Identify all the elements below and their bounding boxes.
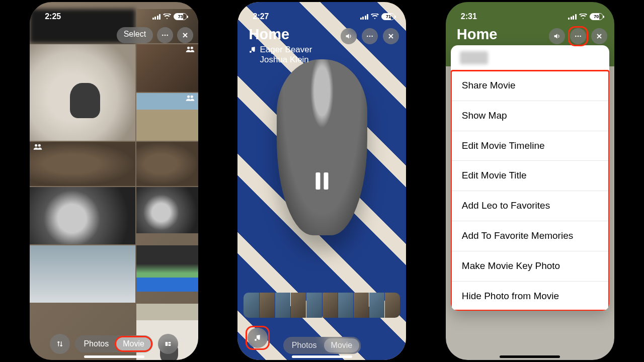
svg-point-4 (35, 144, 37, 147)
photo-thumbnail[interactable] (136, 142, 198, 186)
svg-point-3 (191, 96, 193, 98)
close-button[interactable] (177, 27, 193, 43)
photo-thumbnail[interactable] (136, 93, 198, 141)
close-icon (387, 32, 395, 40)
svg-point-0 (187, 47, 190, 49)
ellipsis-icon (366, 32, 374, 40)
wifi-icon (371, 14, 379, 20)
status-time: 2:25 (45, 12, 61, 21)
movie-filmstrip[interactable] (244, 293, 400, 318)
status-time: 2:27 (253, 12, 269, 21)
menu-item-show-map[interactable]: Show Map (451, 101, 609, 131)
svg-rect-10 (169, 342, 171, 343)
pause-icon (315, 172, 320, 190)
song-artist: Joshua Klein (260, 55, 395, 65)
menu-header-redacted (460, 51, 488, 64)
svg-point-8 (167, 35, 168, 36)
menu-item-edit-title[interactable]: Edit Movie Title (451, 160, 609, 191)
status-bar: 2:31 70 (446, 2, 614, 27)
photo-thumbnail[interactable] (30, 187, 135, 244)
photo-thumbnail[interactable] (30, 245, 135, 303)
music-note-icon (249, 46, 257, 54)
svg-point-12 (367, 36, 368, 37)
svg-point-16 (577, 36, 579, 37)
people-badge-icon (185, 46, 195, 52)
more-button[interactable] (570, 28, 586, 44)
photo-thumbnail[interactable] (136, 187, 198, 233)
movie-subject (277, 59, 367, 235)
status-bar: 2:27 71 (237, 2, 406, 27)
home-indicator[interactable] (292, 355, 352, 358)
more-button[interactable] (362, 28, 378, 44)
tab-movie[interactable]: Movie (324, 338, 360, 352)
svg-point-7 (165, 35, 166, 36)
wifi-icon (579, 14, 587, 20)
ellipsis-icon (574, 32, 582, 40)
home-indicator[interactable] (500, 355, 560, 358)
filmstrip-frame[interactable] (385, 293, 400, 318)
svg-point-14 (372, 36, 373, 37)
pause-button[interactable] (315, 172, 328, 190)
now-playing: Eager Beaver (249, 45, 395, 55)
status-bar: 2:25 73 (30, 2, 198, 27)
filmstrip-frame[interactable] (244, 293, 259, 318)
people-badge-icon (33, 144, 43, 150)
song-title: Eager Beaver (260, 45, 312, 55)
tab-photos[interactable]: Photos (76, 337, 116, 351)
more-button[interactable] (157, 27, 173, 43)
svg-point-2 (187, 96, 190, 98)
menu-item-key-photo[interactable]: Make Movie Key Photo (451, 251, 609, 281)
filmstrip-frame[interactable] (338, 293, 353, 318)
close-button[interactable] (591, 28, 607, 44)
filmstrip-frame[interactable] (323, 293, 338, 318)
bottom-toolbar: Photos Movie (237, 337, 406, 354)
movie-header: Home (457, 26, 498, 43)
menu-item-edit-timeline[interactable]: Edit Movie Timeline (451, 131, 609, 161)
wifi-icon (163, 14, 171, 20)
sort-button[interactable] (50, 334, 70, 354)
view-mode-segmented-control[interactable]: Photos Movie (283, 337, 361, 354)
menu-item-hide-photo[interactable]: Hide Photo from Movie (451, 281, 609, 311)
mute-button[interactable] (341, 28, 357, 44)
mute-button[interactable] (549, 28, 565, 44)
photo-thumbnail[interactable] (136, 44, 198, 92)
top-action-buttons: Select (117, 27, 193, 43)
people-badge-icon (185, 95, 195, 101)
menu-item-add-favorites[interactable]: Add Leo to Favorites (451, 191, 609, 221)
filmstrip-frame[interactable] (354, 293, 369, 318)
svg-rect-11 (169, 344, 171, 346)
battery-icon: 71 (381, 13, 395, 20)
screenshot-1-photo-grid: 0:17 2:25 73 Select Photos Movie (30, 2, 198, 360)
filmstrip-frame[interactable] (260, 293, 275, 318)
close-button[interactable] (383, 28, 399, 44)
select-button[interactable]: Select (117, 27, 153, 43)
menu-header (451, 45, 609, 70)
photo-thumbnail[interactable] (30, 44, 135, 141)
grid-layout-button[interactable] (158, 334, 178, 354)
home-indicator[interactable] (84, 355, 144, 358)
photo-thumbnail[interactable] (136, 245, 198, 292)
filmstrip-frame[interactable] (275, 293, 290, 318)
speaker-icon (345, 32, 353, 40)
grid-layout-icon (164, 340, 172, 348)
screenshot-3-context-menu: 2:31 70 Home Share Movie Show Map Edit (446, 2, 614, 360)
photo-grid: 0:17 (30, 9, 198, 360)
cellular-signal-icon (152, 14, 161, 20)
filmstrip-frame[interactable] (306, 293, 321, 318)
view-mode-segmented-control[interactable]: Photos Movie (75, 335, 153, 352)
close-icon (181, 31, 189, 39)
menu-item-add-favorite-memories[interactable]: Add To Favorite Memories (451, 221, 609, 251)
svg-point-13 (369, 36, 371, 37)
tab-movie[interactable]: Movie (116, 337, 151, 351)
more-button-highlight (570, 28, 586, 44)
battery-icon: 70 (590, 13, 603, 20)
close-icon (595, 32, 603, 40)
top-action-buttons (549, 28, 607, 44)
tab-photos[interactable]: Photos (285, 338, 324, 352)
filmstrip-frame[interactable] (369, 293, 384, 318)
filmstrip-frame[interactable] (291, 293, 306, 318)
menu-item-share-movie[interactable]: Share Movie (451, 70, 609, 101)
menu-items-highlight: Share Movie Show Map Edit Movie Timeline… (451, 70, 609, 311)
photo-thumbnail[interactable] (30, 142, 135, 186)
movie-title: Home (457, 26, 498, 43)
